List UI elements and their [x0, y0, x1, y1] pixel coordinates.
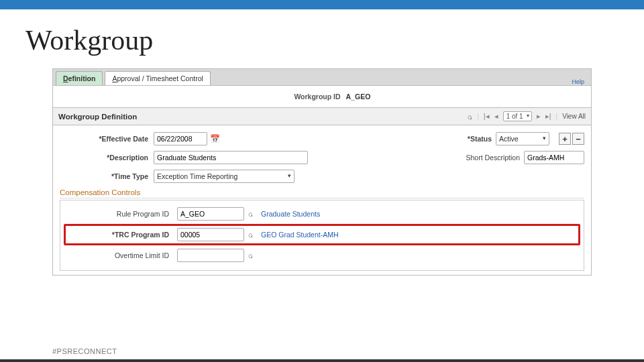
short-desc-label: Short Description: [466, 154, 520, 162]
effective-date-field[interactable]: [154, 132, 207, 145]
lookup-icon[interactable]: ⌕: [248, 209, 253, 219]
workgroup-id-value: A_GEO: [346, 93, 371, 101]
next-icon[interactable]: ▸: [537, 112, 541, 121]
rule-program-link[interactable]: Graduate Students: [261, 210, 320, 218]
remove-row-button[interactable]: −: [572, 133, 584, 145]
section-nav: ⌕ | |◂ ◂ 1 of 1 ▸ ▸| | View All: [468, 111, 586, 121]
section-title: Workgroup Definition: [58, 113, 137, 121]
lookup-icon[interactable]: ⌕: [248, 251, 253, 260]
overtime-limit-field[interactable]: [177, 249, 244, 262]
lookup-icon[interactable]: ⌕: [248, 230, 253, 239]
compensation-controls-box: Rule Program ID ⌕ Graduate Students TRC …: [60, 200, 584, 271]
compensation-controls-header: Compensation Controls: [60, 188, 584, 198]
page-indicator[interactable]: 1 of 1: [503, 111, 532, 121]
calendar-icon[interactable]: 📅: [210, 134, 220, 143]
short-desc-field[interactable]: [524, 151, 584, 164]
first-icon[interactable]: |◂: [484, 112, 490, 121]
trc-program-link[interactable]: GEO Grad Student-AMH: [261, 231, 339, 239]
slide-title: Workgroup: [25, 24, 644, 56]
add-row-button[interactable]: +: [559, 133, 571, 145]
last-icon[interactable]: ▸|: [545, 112, 551, 121]
workgroup-id-row: Workgroup ID A_GEO: [52, 86, 592, 107]
section-header: Workgroup Definition ⌕ | |◂ ◂ 1 of 1 ▸ ▸…: [52, 107, 592, 125]
overtime-limit-label: Overtime Limit ID: [66, 251, 173, 259]
definition-panel: Effective Date 📅 *Status Active + − Desc…: [52, 125, 592, 276]
trc-program-field[interactable]: [177, 228, 244, 241]
description-field[interactable]: [154, 151, 308, 164]
rule-program-label: Rule Program ID: [66, 210, 173, 218]
slide-hashtag: #PSRECONNECT: [52, 347, 117, 355]
prev-icon[interactable]: ◂: [494, 112, 498, 121]
search-icon[interactable]: ⌕: [468, 112, 472, 121]
view-all-link[interactable]: View All: [562, 113, 586, 120]
effective-date-label: Effective Date: [60, 135, 154, 143]
description-label: Description: [60, 154, 154, 162]
status-label: *Status: [468, 135, 492, 143]
slide-accent-bar: [0, 0, 644, 9]
slide-bottom-bar: [0, 359, 644, 362]
help-link[interactable]: Help: [572, 78, 588, 85]
workgroup-id-label: Workgroup ID: [274, 93, 341, 101]
trc-program-label: TRC Program ID: [68, 231, 173, 239]
status-select[interactable]: Active: [496, 132, 549, 145]
time-type-label: Time Type: [60, 172, 154, 180]
tab-approval-timesheet[interactable]: Approval / Timesheet Control: [105, 71, 210, 85]
rule-program-field[interactable]: [177, 207, 244, 221]
app-screenshot: Definition Approval / Timesheet Control …: [52, 68, 592, 276]
tab-bar: Definition Approval / Timesheet Control …: [52, 68, 592, 86]
time-type-select[interactable]: Exception Time Reporting: [154, 170, 294, 183]
tab-definition[interactable]: Definition: [56, 71, 103, 85]
trc-highlight: TRC Program ID ⌕ GEO Grad Student-AMH: [64, 224, 580, 245]
